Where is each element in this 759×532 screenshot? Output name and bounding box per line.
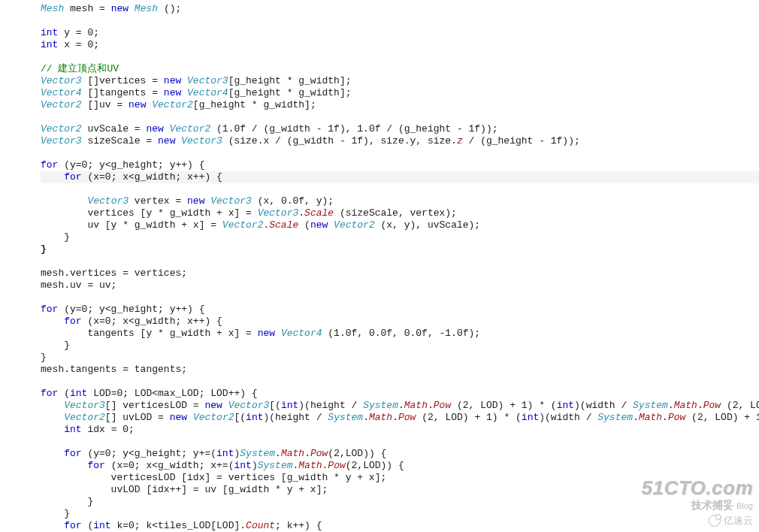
code-listing: Mesh mesh = new Mesh (); int y = 0; int … [0, 0, 759, 532]
